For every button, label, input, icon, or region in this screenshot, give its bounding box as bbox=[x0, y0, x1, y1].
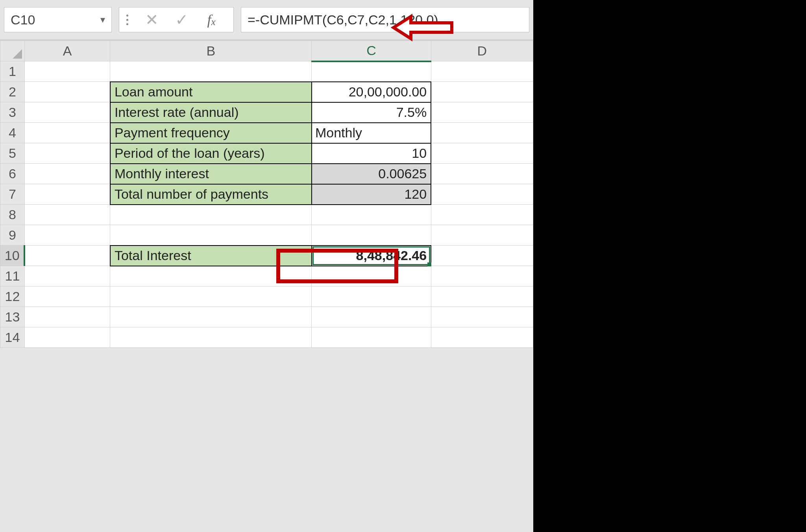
cell-A9[interactable] bbox=[24, 225, 110, 246]
cell-D4[interactable] bbox=[431, 123, 533, 143]
cell-D3[interactable] bbox=[431, 102, 533, 123]
row-header-13[interactable]: 13 bbox=[0, 307, 25, 327]
cell-B12[interactable] bbox=[110, 286, 312, 307]
col-header-D[interactable]: D bbox=[431, 41, 533, 61]
cell-D10[interactable] bbox=[431, 246, 533, 266]
cell-A7[interactable] bbox=[24, 184, 110, 205]
cell-A3[interactable] bbox=[24, 102, 110, 123]
row-header-6[interactable]: 6 bbox=[0, 164, 25, 184]
cell-D9[interactable] bbox=[431, 225, 533, 246]
formula-text: =-CUMIPMT(C6,C7,C2,1,120,0) bbox=[248, 12, 438, 28]
row-header-14[interactable]: 14 bbox=[0, 327, 25, 348]
col-header-A[interactable]: A bbox=[24, 41, 110, 61]
dropdown-icon[interactable]: ▾ bbox=[100, 14, 105, 25]
cell-A5[interactable] bbox=[24, 143, 110, 164]
cell-C13[interactable] bbox=[312, 307, 431, 327]
cell-B9[interactable] bbox=[110, 225, 312, 246]
cell-B5[interactable]: Period of the loan (years) bbox=[110, 143, 312, 164]
formula-input[interactable]: =-CUMIPMT(C6,C7,C2,1,120,0) bbox=[241, 7, 529, 32]
row-header-8[interactable]: 8 bbox=[0, 205, 25, 225]
col-header-B[interactable]: B bbox=[110, 41, 312, 61]
cell-C7[interactable]: 120 bbox=[312, 184, 431, 205]
cell-D1[interactable] bbox=[431, 61, 533, 82]
cell-C6[interactable]: 0.00625 bbox=[312, 164, 431, 184]
cell-C12[interactable] bbox=[312, 286, 431, 307]
row-header-3[interactable]: 3 bbox=[0, 102, 25, 123]
row-header-1[interactable]: 1 bbox=[0, 61, 25, 82]
cell-C2[interactable]: 20,00,000.00 bbox=[312, 82, 431, 102]
cell-C3[interactable]: 7.5% bbox=[312, 102, 431, 123]
cell-A14[interactable] bbox=[24, 327, 110, 348]
cell-A10[interactable] bbox=[24, 246, 110, 266]
row-header-10[interactable]: 10 bbox=[0, 246, 25, 266]
cell-A2[interactable] bbox=[24, 82, 110, 102]
cell-D12[interactable] bbox=[431, 286, 533, 307]
cell-A4[interactable] bbox=[24, 123, 110, 143]
row-header-5[interactable]: 5 bbox=[0, 143, 25, 164]
cell-B13[interactable] bbox=[110, 307, 312, 327]
fill-handle[interactable] bbox=[427, 262, 431, 266]
cell-B2[interactable]: Loan amount bbox=[110, 82, 312, 102]
selection-outline bbox=[312, 246, 430, 265]
cell-B4[interactable]: Payment frequency bbox=[110, 123, 312, 143]
cell-A6[interactable] bbox=[24, 164, 110, 184]
cell-B7[interactable]: Total number of payments bbox=[110, 184, 312, 205]
cell-C9[interactable] bbox=[312, 225, 431, 246]
col-header-C[interactable]: C bbox=[312, 41, 431, 61]
row-header-4[interactable]: 4 bbox=[0, 123, 25, 143]
cell-D13[interactable] bbox=[431, 307, 533, 327]
cell-D7[interactable] bbox=[431, 184, 533, 205]
cell-D8[interactable] bbox=[431, 205, 533, 225]
cell-C8[interactable] bbox=[312, 205, 431, 225]
cell-B11[interactable] bbox=[110, 266, 312, 286]
row-header-7[interactable]: 7 bbox=[0, 184, 25, 205]
cell-A13[interactable] bbox=[24, 307, 110, 327]
cell-B6[interactable]: Monthly interest bbox=[110, 164, 312, 184]
cell-A12[interactable] bbox=[24, 286, 110, 307]
cell-B1[interactable] bbox=[110, 61, 312, 82]
excel-window: C10 ▾ ✕ ✓ fx =-CUMIPMT(C6,C7,C2,1,120,0) bbox=[0, 0, 533, 532]
cell-D5[interactable] bbox=[431, 143, 533, 164]
cropped-area bbox=[533, 0, 806, 532]
cell-D6[interactable] bbox=[431, 164, 533, 184]
cell-C10[interactable]: 8,48,842.46 bbox=[312, 246, 431, 266]
insert-function-button[interactable]: fx bbox=[196, 11, 226, 28]
cell-B10[interactable]: Total Interest bbox=[110, 246, 312, 266]
cell-D14[interactable] bbox=[431, 327, 533, 348]
cell-A1[interactable] bbox=[24, 61, 110, 82]
row-header-9[interactable]: 9 bbox=[0, 225, 25, 246]
cell-C14[interactable] bbox=[312, 327, 431, 348]
enter-button[interactable]: ✓ bbox=[167, 11, 197, 29]
row-header-11[interactable]: 11 bbox=[0, 266, 25, 286]
cell-C1[interactable] bbox=[312, 61, 431, 82]
name-box[interactable]: C10 ▾ bbox=[4, 7, 112, 32]
formula-bar: C10 ▾ ✕ ✓ fx =-CUMIPMT(C6,C7,C2,1,120,0) bbox=[0, 0, 533, 39]
cell-D11[interactable] bbox=[431, 266, 533, 286]
cell-C11[interactable] bbox=[312, 266, 431, 286]
cell-C5[interactable]: 10 bbox=[312, 143, 431, 164]
cell-C4[interactable]: Monthly bbox=[312, 123, 431, 143]
formula-bar-buttons: ✕ ✓ fx bbox=[119, 7, 234, 32]
cell-A11[interactable] bbox=[24, 266, 110, 286]
drag-handle-icon[interactable] bbox=[126, 15, 128, 25]
name-box-value: C10 bbox=[11, 12, 35, 28]
cell-A8[interactable] bbox=[24, 205, 110, 225]
cell-D2[interactable] bbox=[431, 82, 533, 102]
cell-B8[interactable] bbox=[110, 205, 312, 225]
select-all-corner[interactable] bbox=[0, 41, 25, 61]
spreadsheet-grid[interactable]: A B C D 1 2 Loan amount 20,00,000.00 bbox=[0, 41, 533, 348]
cancel-button[interactable]: ✕ bbox=[137, 11, 167, 29]
cell-B3[interactable]: Interest rate (annual) bbox=[110, 102, 312, 123]
row-header-2[interactable]: 2 bbox=[0, 82, 25, 102]
cell-B14[interactable] bbox=[110, 327, 312, 348]
row-header-12[interactable]: 12 bbox=[0, 286, 25, 307]
